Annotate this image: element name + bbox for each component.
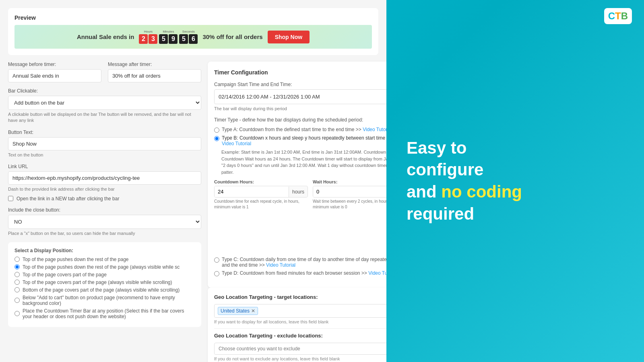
timer-type-label: Timer Type - define how the bar displays…	[214, 117, 386, 123]
display-pos-radio-2[interactable]	[14, 272, 20, 277]
type-d-link[interactable]: Video Tutorial	[368, 270, 386, 276]
united-states-tag[interactable]: United States ✕	[218, 307, 258, 315]
new-tab-checkbox[interactable]	[8, 196, 13, 201]
wait-hours-hint: Wait time between every 2 cycles, in hou…	[313, 199, 386, 210]
shop-now-button[interactable]: Shop Now	[268, 31, 310, 43]
campaign-input[interactable]	[215, 90, 386, 103]
countdown-hours-label: Countdown Hours:	[214, 179, 308, 184]
display-pos-radio-1[interactable]	[14, 264, 20, 269]
ctb-c: C	[608, 10, 615, 21]
preview-after-text: 30% off for all orders	[202, 33, 262, 40]
countdown-hours-hint: Countdown time for each repeat cycle, in…	[214, 199, 308, 210]
msg-before-label: Message before timer:	[8, 62, 101, 67]
link-url-input[interactable]	[8, 171, 201, 185]
type-b-link[interactable]: Video Tutorial	[222, 141, 251, 146]
display-pos-radio-5[interactable]	[14, 298, 20, 303]
close-button-select[interactable]: NO YES	[8, 215, 201, 229]
geo-target-title: Geo Location Targeting - target location…	[214, 294, 386, 300]
type-b-example: Example: Start time is Jan 1st 12:00 AM,…	[221, 149, 386, 175]
type-c-link[interactable]: Video Tutorial	[266, 262, 295, 268]
countdown-hours-input-row: hours	[214, 186, 308, 197]
type-b-radio[interactable]	[214, 136, 219, 141]
preview-section: Preview Annual Sale ends in Hours 2 3 Mi…	[8, 8, 378, 55]
campaign-input-row: 📅	[214, 89, 386, 104]
headline-configure: configure	[407, 160, 483, 179]
link-url-label: Link URL	[8, 164, 201, 169]
hours-digits: 2 3	[139, 34, 157, 44]
seconds-col: Seconds 5 6	[179, 30, 198, 44]
geo-panel: Geo Location Targeting - target location…	[208, 288, 386, 362]
preview-title: Preview	[14, 14, 372, 21]
countdown-all: Hours 2 3 Minutes 5 9 Seconds	[139, 30, 198, 44]
display-pos-radio-3[interactable]	[14, 280, 20, 285]
type-a-radio[interactable]	[214, 128, 219, 133]
ctb-b: B	[621, 10, 628, 21]
sec-d1: 5	[179, 34, 188, 44]
display-pos-radio-4[interactable]	[14, 287, 20, 292]
close-button-hint: Place a "x" button on the bar, so users …	[8, 230, 201, 237]
ctb-logo: CTB	[604, 8, 632, 24]
type-b-label: Type B: Countdown x hours and sleep y ho…	[222, 135, 386, 146]
button-text-label: Button Text:	[8, 130, 201, 135]
wait-hours-input-row: hours	[313, 186, 386, 197]
campaign-hint: The bar will display during this period	[214, 106, 386, 112]
headline-required: required	[407, 204, 474, 223]
display-pos-3: Top of the page covers part of the page …	[14, 280, 195, 285]
type-d-label: Type D: Countdown from fixed minutes for…	[222, 270, 386, 276]
minutes-label: Minutes	[163, 30, 174, 33]
close-button-label: Include the close button:	[8, 207, 201, 213]
button-text-input[interactable]	[8, 137, 201, 150]
display-pos-radio-0[interactable]	[14, 257, 20, 262]
geo-tags-row[interactable]: United States ✕	[214, 304, 386, 318]
type-c-radio[interactable]	[214, 257, 219, 263]
close-button-group: Include the close button: NO YES Place a…	[8, 207, 201, 237]
united-states-label: United States	[221, 308, 250, 314]
seconds-digits: 5 6	[179, 34, 198, 44]
preview-bar: Annual Sale ends in Hours 2 3 Minutes 5 …	[14, 25, 372, 49]
type-c-row: Type C: Countdown daily from one time of…	[214, 257, 386, 268]
hours-col: Hours 2 3	[139, 30, 157, 44]
link-url-hint: Dash to the provided link address after …	[8, 186, 201, 192]
sec-d2: 6	[189, 34, 198, 44]
bar-clickable-hint: A clickable button will be displayed on …	[8, 111, 201, 124]
type-a-label: Type A: Countdown from the defined start…	[222, 127, 386, 132]
timer-type-row: Timer Type - define how the bar displays…	[214, 117, 386, 276]
geo-exclude-input[interactable]	[214, 343, 386, 355]
countdown-hours-unit: hours	[289, 187, 308, 197]
main-panel: Preview Annual Sale ends in Hours 2 3 Mi…	[0, 0, 386, 362]
countdown-hours-input[interactable]	[215, 186, 289, 197]
timer-config-panel: Timer Configuration ⌃ Campaign Start Tim…	[208, 62, 386, 288]
type-d-radio[interactable]	[214, 271, 219, 276]
geo-target-hint: If you want to display for all locations…	[214, 319, 386, 324]
headline-and: and	[407, 182, 441, 201]
timer-config-title: Timer Configuration	[214, 69, 268, 76]
bar-clickable-select[interactable]: Add button on the bar Make entire bar cl…	[8, 96, 201, 110]
wait-hours-input[interactable]	[313, 186, 386, 197]
hour-d1: 2	[139, 34, 148, 44]
display-pos-label-5: Below "Add to cart" button on product pa…	[23, 295, 195, 306]
headline-no-coding: no coding	[441, 182, 522, 201]
display-pos-0: Top of the page pushes down the rest of …	[14, 257, 195, 262]
link-url-group: Link URL Dash to the provided link addre…	[8, 164, 201, 201]
countdown-hours-col: Countdown Hours: hours Countdown time fo…	[214, 179, 308, 253]
seconds-label: Seconds	[182, 30, 195, 33]
hour-d2: 3	[149, 34, 157, 44]
remove-tag-icon[interactable]: ✕	[251, 308, 255, 314]
display-position-section: Select a Display Position: Top of the pa…	[8, 242, 201, 327]
timer-config-header: Timer Configuration ⌃	[214, 68, 386, 77]
new-tab-label: Open the link in a NEW tab after clickin…	[17, 196, 119, 202]
msg-before-input[interactable]	[8, 69, 101, 82]
msg-after-input[interactable]	[108, 69, 201, 82]
wait-hours-col: Wait Hours: hours Wait time between ever…	[313, 179, 386, 253]
msg-after-group: Message after timer:	[108, 62, 201, 82]
left-col: Message before timer: Message after time…	[8, 62, 201, 362]
ctb-t: T	[615, 10, 621, 21]
display-pos-2: Top of the page covers part of the page	[14, 272, 195, 278]
min-d1: 5	[159, 34, 168, 44]
display-pos-1: Top of the page pushes down the rest of …	[14, 264, 195, 270]
display-pos-label-1: Top of the page pushes down the rest of …	[23, 264, 180, 270]
display-pos-label-0: Top of the page pushes down the rest of …	[23, 257, 129, 262]
minutes-col: Minutes 5 9	[159, 30, 178, 44]
display-pos-radio-6[interactable]	[14, 311, 20, 316]
type-a-link[interactable]: Video Tutorial	[363, 127, 386, 132]
